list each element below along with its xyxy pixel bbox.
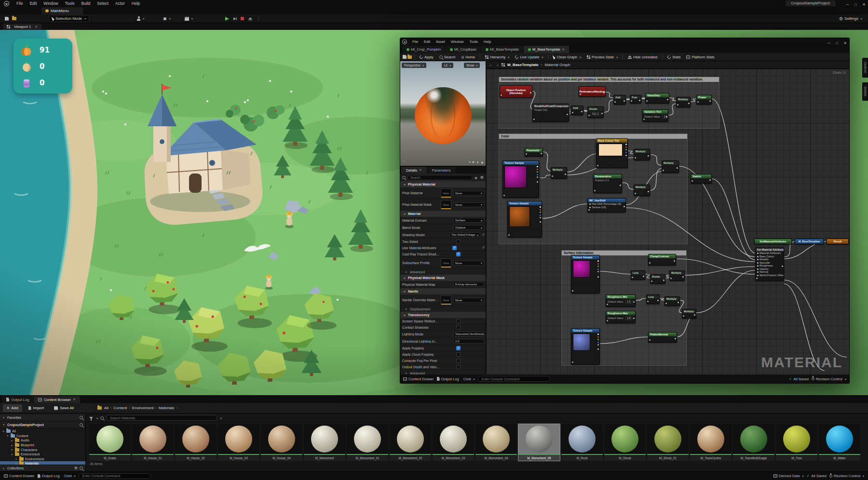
checkbox[interactable] [456,240,461,244]
graph-node-power[interactable]: Power [696,95,712,105]
value-field[interactable]: 8 Array elements [453,282,484,287]
material-graph-canvas[interactable]: Zoom -3 MATERIAL Generates random variat… [486,69,849,374]
frame-skip-icon[interactable] [233,17,236,20]
tree-item-environment[interactable]: ▸Environment [0,457,85,462]
asset-tile-m-water[interactable]: M_Water [819,424,860,461]
play-options-icon[interactable]: ⋮ [257,16,260,21]
graph-node-base-colour-tint[interactable]: Base Colour Tint [596,138,628,168]
value-field[interactable]: 1.0 [453,339,484,344]
asset-thumbnail[interactable]: None [441,200,451,210]
graph-node-breakoutfloat2components[interactable]: BreakOutFloat2ComponentsFloat2 (V2) [532,104,569,122]
tree-item-environment[interactable]: ▾Environment [0,452,85,457]
browse-content-icon[interactable] [12,17,16,20]
me-menu-item-help[interactable]: Help [481,40,494,44]
toolbar-platform-stats[interactable]: Platform Stats [684,54,717,60]
graph-node-divide[interactable]: Divide512.0 [587,107,604,118]
search-icon[interactable] [80,416,83,419]
toolbar-home[interactable]: ⌂Home [459,54,478,60]
graph-node-multiply[interactable]: Multiply [665,296,680,306]
toolbar-preview-state[interactable]: Preview State▾ [584,54,620,60]
graph-node-multiply[interactable]: Multiply [682,309,696,319]
checkbox[interactable]: ✓ [456,346,461,350]
toolbar-hierarchy[interactable]: Hierarchy▾ [483,54,512,60]
row-advanced[interactable]: ▸Advanced [400,269,486,275]
save-icon[interactable] [5,17,9,21]
cinematics-button[interactable]: ▾ [182,16,196,22]
menu-item-select[interactable]: Select [94,0,112,7]
close-icon[interactable]: ✕ [419,168,422,172]
checkbox[interactable]: ✓ [452,246,457,250]
material-editor-window[interactable]: u FileEditAssetWindowToolsHelp ─□✕ MI_Cr… [400,38,850,384]
graph-node-multiply[interactable]: Multiply [669,270,685,281]
row-displacement[interactable]: ▸Displacement [400,306,486,312]
maximize-icon[interactable]: □ [833,41,841,45]
dropdown[interactable]: Surface▾ [453,218,484,223]
checkbox[interactable]: ✓ [456,252,461,256]
graph-node-lerp[interactable]: Lerp [646,294,660,304]
forward-icon[interactable]: → [495,63,499,67]
graph-node-texture-sample[interactable]: Texture Sample [502,160,539,198]
statusbar-cmd[interactable]: Cmd▾ [462,377,475,381]
right-dock-tab-details[interactable]: Details [862,82,868,101]
console-input[interactable] [478,376,550,382]
add-button[interactable]: +Add [3,404,22,412]
breadcrumb-all[interactable]: All [104,406,108,410]
dock-tab-content-browser[interactable]: Content Browser✕ [34,396,80,403]
save-icon[interactable] [403,55,407,59]
asset-tile-m-monument-02[interactable]: M_Monument_02 [390,424,431,461]
checkbox[interactable] [456,352,461,357]
graph-node-variation-tint[interactable]: Variation TintDefault Value 0.5 [642,109,668,122]
toolbar-stats[interactable]: Stats [665,54,683,60]
graph-node-cheapcontrast[interactable]: CheapContrast [648,254,676,266]
dropdown[interactable]: Two Sided Foliage▾ [449,232,480,237]
quick-add-button[interactable]: ▣▾ [160,16,174,22]
menu-item-build[interactable]: Build [78,0,94,7]
asset-tile-m-tree[interactable]: M_Tree [776,424,817,461]
toolbar-live-update[interactable]: Live Update▾ [513,54,545,60]
tab-parameters[interactable]: Parameters [427,167,456,173]
tree-item-content[interactable]: ▾Content [0,434,85,439]
asset-tile-m-monument[interactable]: M_Monument [304,424,345,461]
graph-node-texture-sample[interactable]: Texture Sample [571,328,600,365]
gear-icon[interactable]: ⚙ [74,466,78,470]
dock-tab-output-log[interactable]: Output Log [2,396,33,403]
graph-node-mf-hueshift[interactable]: MF_HueShiftHue Shift Percentage (S)Textu… [587,198,626,213]
material-preview-viewport[interactable]: ⌐ ●■▲◆ Perspective▾Lit▾Show▾ [400,61,486,166]
statusbar-all-saved[interactable]: ✓All Saved [789,377,809,381]
filter-icon[interactable] [89,417,93,419]
graph-node-multiply[interactable]: Multiply [551,167,567,179]
graph-node-set-material-attributes[interactable]: Set Material AttributesMaterial Attribut… [755,247,784,281]
graph-node-valuestep[interactable]: ValueStep [645,93,669,104]
toolbar-search[interactable]: Search [437,54,458,60]
tab-m-basetemplate[interactable]: M_BaseTemplate✕ [524,46,569,53]
preview-lit-button[interactable]: Lit▾ [442,63,453,68]
statusbar-revision-control[interactable]: Revision Control▾ [829,474,864,478]
selection-mode-button[interactable]: Selection Mode ▾ [49,15,89,22]
checkbox[interactable] [456,325,461,330]
browse-icon[interactable] [407,55,412,59]
breadcrumb-content[interactable]: Content [113,406,127,410]
right-dock-tab-outliner[interactable]: Outliner [862,58,868,78]
reset-icon[interactable]: ↺ [482,233,485,237]
editor-modes-button[interactable]: ▾ [134,15,147,22]
search-icon[interactable] [80,467,83,470]
asset-tile-m-house-03[interactable]: M_House_03 [218,424,259,461]
asset-thumbnail[interactable]: None [441,295,451,305]
menu-item-help[interactable]: Help [128,0,143,7]
asset-tile-m-monument-03[interactable]: M_Monument_03 [433,424,474,461]
asset-thumbnail[interactable]: None [441,258,451,268]
toolbar-clean-graph[interactable]: Clean Graph▾ [551,54,583,60]
asset-tile-m-towncentre[interactable]: M_TownCentre [690,424,732,461]
close-icon[interactable]: ✕ [35,25,38,29]
menu-item-window[interactable]: Window [40,0,61,7]
graph-node-texture-sample[interactable]: Texture Sample [571,255,600,293]
console-input[interactable] [79,473,151,479]
statusbar-revision-control[interactable]: Revision Control▾ [812,377,846,381]
graph-node-divide[interactable]: Divide [650,274,665,284]
statusbar-content-drawer[interactable]: Content Drawer [403,377,434,381]
checkbox[interactable] [456,365,461,369]
tree-item-all[interactable]: ▾All [0,429,85,434]
me-menu-item-window[interactable]: Window [448,40,467,44]
checkbox[interactable] [456,359,461,363]
minimize-icon[interactable]: ─ [825,41,833,45]
